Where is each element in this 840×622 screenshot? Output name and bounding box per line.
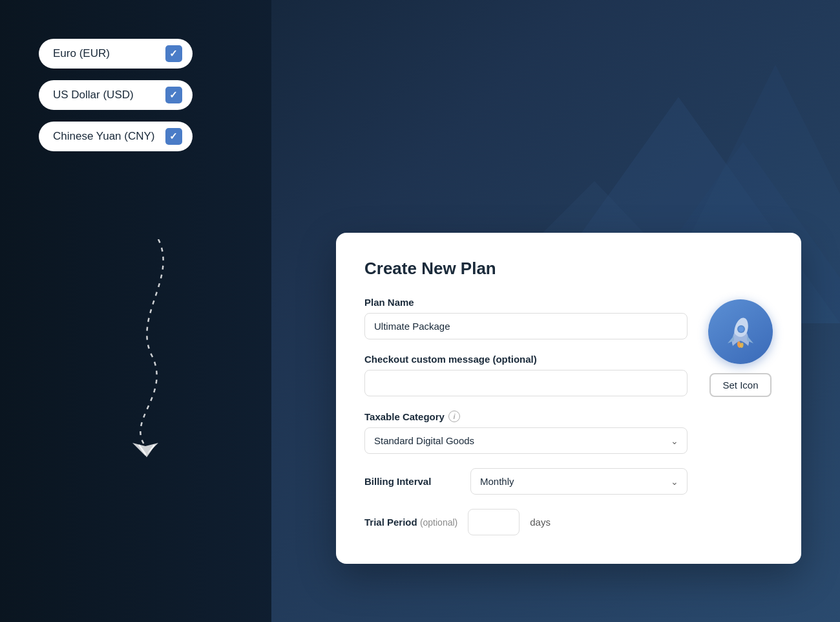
card-body: Plan Name Checkout custom message (optio… — [364, 297, 773, 535]
plan-name-label: Plan Name — [364, 297, 688, 308]
currency-eur-label: Euro (EUR) — [53, 47, 110, 60]
currency-pill-cny[interactable]: Chinese Yuan (CNY) — [39, 122, 193, 151]
set-icon-button[interactable]: Set Icon — [709, 373, 771, 397]
trial-period-group: Trial Period (optional) days — [364, 509, 688, 535]
currency-pill-eur[interactable]: Euro (EUR) — [39, 39, 193, 69]
currency-usd-checkbox[interactable] — [165, 87, 182, 103]
rocket-icon — [721, 312, 760, 351]
svg-point-7 — [739, 327, 744, 332]
card-form: Plan Name Checkout custom message (optio… — [364, 297, 688, 535]
taxable-category-select[interactable]: Standard Digital Goods Software Physical… — [364, 427, 688, 454]
dotted-arrow-decoration — [94, 239, 223, 459]
card-title: Create New Plan — [364, 259, 773, 279]
currency-eur-checkbox[interactable] — [165, 45, 182, 62]
plan-icon-area: Set Icon — [708, 297, 773, 535]
taxable-category-group: Taxable Category i Standard Digital Good… — [364, 411, 688, 454]
trial-period-optional-text: (optional) — [420, 517, 457, 528]
billing-interval-select-wrapper: Monthly Weekly Yearly Daily ⌄ — [470, 468, 688, 495]
taxable-category-label: Taxable Category i — [364, 411, 688, 422]
plan-icon-circle — [708, 299, 773, 364]
trial-period-input[interactable] — [468, 509, 520, 535]
taxable-category-info-icon[interactable]: i — [448, 411, 460, 422]
create-plan-card: Create New Plan Plan Name Checkout custo… — [336, 233, 801, 564]
currency-pill-usd[interactable]: US Dollar (USD) — [39, 80, 193, 110]
checkout-message-input[interactable] — [364, 370, 688, 396]
checkout-message-group: Checkout custom message (optional) — [364, 354, 688, 396]
currency-cny-checkbox[interactable] — [165, 128, 182, 145]
currency-pills-container: Euro (EUR) US Dollar (USD) Chinese Yuan … — [39, 39, 193, 151]
checkout-message-label: Checkout custom message (optional) — [364, 354, 688, 365]
billing-interval-select[interactable]: Monthly Weekly Yearly Daily — [470, 468, 688, 495]
taxable-category-select-wrapper: Standard Digital Goods Software Physical… — [364, 427, 688, 454]
trial-period-days-label: days — [530, 517, 551, 528]
currency-cny-label: Chinese Yuan (CNY) — [53, 130, 155, 143]
plan-name-group: Plan Name — [364, 297, 688, 339]
plan-name-input[interactable] — [364, 313, 688, 339]
currency-usd-label: US Dollar (USD) — [53, 89, 134, 102]
billing-interval-label: Billing Interval — [364, 476, 455, 487]
trial-period-label: Trial Period (optional) — [364, 517, 457, 528]
billing-interval-group: Billing Interval Monthly Weekly Yearly D… — [364, 468, 688, 495]
